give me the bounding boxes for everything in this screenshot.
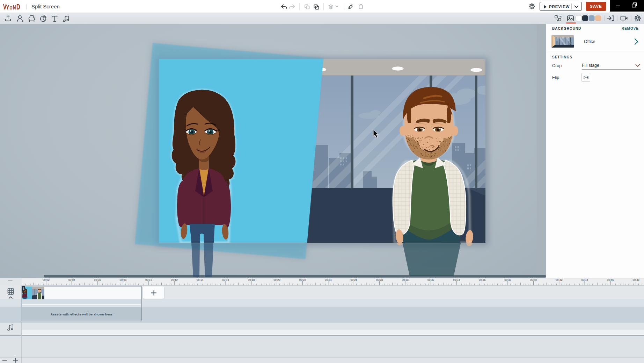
svg-text:00:02: 00:02 bbox=[43, 278, 50, 282]
svg-text:00:06: 00:06 bbox=[94, 278, 101, 282]
svg-text:00:30: 00:30 bbox=[402, 278, 409, 282]
svg-text:00:36: 00:36 bbox=[479, 278, 486, 282]
svg-text:00:28: 00:28 bbox=[376, 278, 383, 282]
svg-text:00:32: 00:32 bbox=[427, 278, 434, 282]
svg-text:00:38: 00:38 bbox=[504, 278, 511, 282]
svg-text:O: O bbox=[10, 5, 13, 10]
svg-text:00:22: 00:22 bbox=[299, 278, 306, 282]
svg-text:00:24: 00:24 bbox=[325, 278, 332, 282]
svg-text:Y: Y bbox=[6, 4, 10, 10]
svg-text:N: N bbox=[13, 5, 16, 10]
svg-text:00:44: 00:44 bbox=[581, 278, 588, 282]
svg-text:00:40: 00:40 bbox=[530, 278, 537, 282]
svg-text:00:48: 00:48 bbox=[632, 278, 639, 282]
svg-text:00:04: 00:04 bbox=[68, 278, 75, 282]
svg-text:00:34: 00:34 bbox=[453, 278, 460, 282]
svg-text:00:42: 00:42 bbox=[556, 278, 563, 282]
svg-text:00:16: 00:16 bbox=[222, 278, 229, 282]
svg-text:00:08: 00:08 bbox=[120, 278, 127, 282]
svg-text:00:20: 00:20 bbox=[273, 278, 280, 282]
svg-text:00:10: 00:10 bbox=[145, 278, 152, 282]
svg-text:D: D bbox=[16, 2, 20, 10]
svg-text:00:26: 00:26 bbox=[351, 278, 358, 282]
svg-text:00:12: 00:12 bbox=[171, 278, 178, 282]
svg-text:00:14: 00:14 bbox=[197, 278, 204, 282]
svg-text:00:46: 00:46 bbox=[607, 278, 614, 282]
svg-text:00:18: 00:18 bbox=[248, 278, 255, 282]
